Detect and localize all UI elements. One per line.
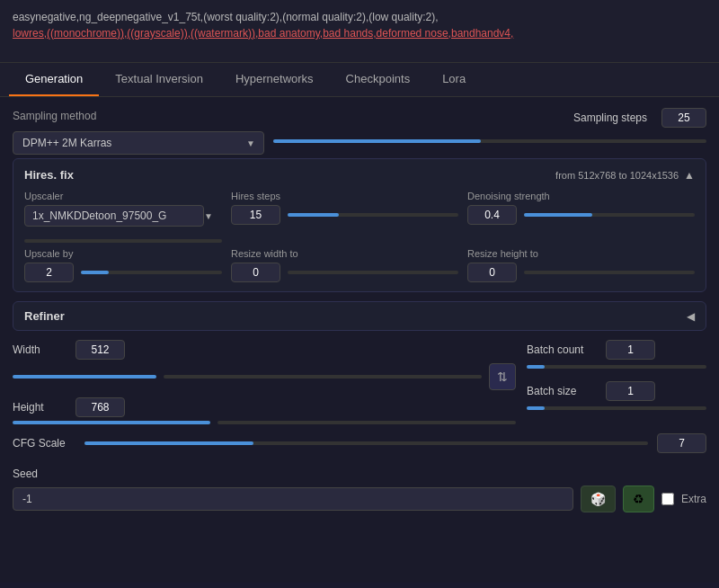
denoising-field: Denoising strength (467, 191, 695, 227)
seed-section: Seed 🎲 ♻ Extra (13, 468, 706, 512)
upscaler-label: Upscaler (24, 191, 222, 201)
extra-label: Extra (681, 493, 706, 505)
height-slider-fill (13, 421, 210, 424)
batch-count-label: Batch count (527, 343, 599, 356)
hires-steps-slider[interactable] (288, 213, 458, 217)
upscaler-select[interactable]: 1x_NMKDDetoon_97500_G (24, 205, 204, 227)
seed-input[interactable] (13, 487, 573, 511)
hires-header: Hires. fix from 512x768 to 1024x1536 ▲ (24, 168, 695, 182)
dice-button[interactable]: 🎲 (581, 486, 616, 512)
extra-checkbox[interactable] (661, 493, 674, 505)
cfg-row: CFG Scale (13, 433, 706, 453)
width-label: Width (13, 343, 67, 356)
batch-size-label: Batch size (527, 385, 599, 397)
sampling-header: Sampling method Sampling steps (13, 108, 706, 128)
upscale-by-label: Upscale by (24, 248, 222, 259)
hires-upscaler-row: Upscaler 1x_NMKDDetoon_97500_G Hires ste… (24, 191, 695, 227)
sampling-steps-slider[interactable] (273, 139, 706, 143)
denoising-label: Denoising strength (467, 191, 695, 201)
hires-title: Hires. fix (24, 168, 74, 182)
prompt-text: easynegative,ng_deepnegative_v1_75t,(wor… (13, 9, 706, 41)
upscaler-dropdown-wrapper: 1x_NMKDDetoon_97500_G (24, 205, 222, 227)
tab-generation[interactable]: Generation (9, 63, 99, 96)
upscale-by-field: Upscale by (24, 248, 222, 282)
hires-steps-input[interactable] (231, 205, 280, 225)
sampling-method-dropdown-wrapper: DPM++ 2M Karras (13, 131, 264, 155)
batch-count-input[interactable] (606, 340, 655, 360)
sampling-steps-input[interactable] (661, 108, 706, 128)
seed-label: Seed (13, 468, 706, 480)
height-input[interactable] (75, 397, 125, 417)
resize-width-slider[interactable] (288, 271, 458, 274)
denoising-slider[interactable] (524, 213, 695, 217)
resize-height-slider[interactable] (524, 271, 695, 274)
wh-batch-section: Width ⇅ Height Batch count (13, 340, 706, 428)
tab-hypernetworks[interactable]: Hypernetworks (219, 63, 330, 96)
tabs-container: Generation Textual Inversion Hypernetwor… (0, 63, 719, 97)
batch-size-slider[interactable] (527, 406, 706, 410)
batch-section: Batch count Batch size (527, 340, 706, 428)
upscaler-slider-track[interactable] (24, 239, 222, 243)
hires-collapse-icon[interactable]: ▲ (684, 169, 695, 182)
tabs: Generation Textual Inversion Hypernetwor… (0, 63, 719, 96)
width-slider-row: ⇅ (13, 363, 516, 390)
resize-height-field: Resize height to (467, 248, 695, 282)
wh-left: Width ⇅ Height (13, 340, 516, 428)
hires-section: Hires. fix from 512x768 to 1024x1536 ▲ U… (13, 158, 706, 292)
batch-size-input[interactable] (606, 381, 655, 401)
resize-width-input[interactable] (231, 263, 280, 282)
tab-textual-inversion[interactable]: Textual Inversion (99, 63, 219, 96)
denoising-input[interactable] (467, 205, 517, 225)
prompt-text-2: lowres,((monochrome)),((grayscale)),((wa… (13, 27, 513, 40)
tab-checkpoints[interactable]: Checkpoints (330, 63, 427, 96)
width-slider-track[interactable] (164, 375, 482, 379)
cfg-value-input[interactable] (657, 433, 706, 453)
resize-height-label: Resize height to (467, 248, 695, 259)
sampling-method-label: Sampling method (13, 110, 96, 122)
height-slider-row (13, 421, 516, 424)
upscale-by-input[interactable] (24, 263, 74, 282)
seed-row: 🎲 ♻ Extra (13, 486, 706, 512)
resize-width-field: Resize width to (231, 248, 458, 282)
refiner-title: Refiner (24, 309, 65, 323)
height-label: Height (13, 401, 67, 414)
batch-count-slider[interactable] (527, 365, 706, 369)
height-slider-track[interactable] (217, 421, 516, 424)
main-panel: Sampling method Sampling steps DPM++ 2M … (0, 97, 719, 583)
sampling-steps-fill (273, 139, 481, 143)
width-row: Width (13, 340, 516, 360)
recycle-button[interactable]: ♻ (623, 486, 654, 512)
batch-count-row: Batch count (527, 340, 706, 360)
hires-upscale-row: Upscale by Resize width to Resize height… (24, 248, 695, 282)
cfg-fill (84, 441, 253, 445)
cfg-slider[interactable] (84, 441, 648, 445)
width-slider-fill (13, 375, 156, 379)
upscaler-field: Upscaler 1x_NMKDDetoon_97500_G (24, 191, 222, 227)
width-input[interactable] (75, 340, 125, 360)
batch-size-row: Batch size (527, 381, 706, 401)
cfg-label: CFG Scale (13, 437, 75, 450)
hires-steps-label: Hires steps (231, 191, 458, 201)
height-row: Height (13, 397, 516, 417)
refiner-section[interactable]: Refiner ◀ (13, 301, 706, 331)
hires-info: from 512x768 to 1024x1536 (555, 170, 679, 181)
sampling-method-select[interactable]: DPM++ 2M Karras (13, 131, 264, 155)
upscale-by-slider[interactable] (81, 271, 222, 274)
tab-lora[interactable]: Lora (426, 63, 482, 96)
swap-button[interactable]: ⇅ (489, 363, 516, 390)
refiner-collapse-icon[interactable]: ◀ (687, 310, 695, 323)
prompt-bar: easynegative,ng_deepnegative_v1_75t,(wor… (0, 0, 719, 63)
hires-steps-field: Hires steps (231, 191, 458, 227)
hires-slider-row (24, 232, 695, 243)
sampling-steps-group: Sampling steps (573, 108, 706, 128)
resize-width-label: Resize width to (231, 248, 458, 259)
resize-height-input[interactable] (467, 263, 517, 282)
sampling-steps-label: Sampling steps (573, 111, 647, 124)
